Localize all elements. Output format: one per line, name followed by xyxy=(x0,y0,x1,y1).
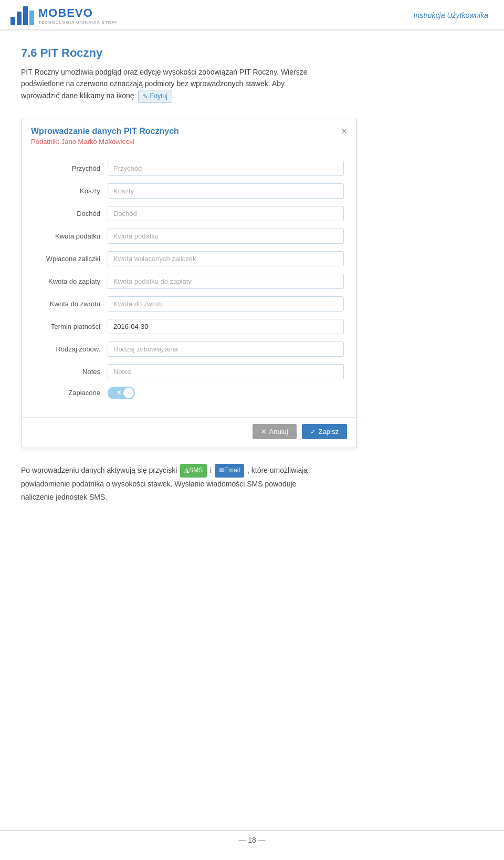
label-zaplacone: Zapłacone xyxy=(34,389,108,397)
input-termin-platnosci[interactable] xyxy=(108,319,344,334)
dialog-header-text: Wprowadzanie danych PIT Rocznych Podatni… xyxy=(31,127,179,146)
logo-icon xyxy=(10,5,34,25)
dialog-header: Wprowadzanie danych PIT Rocznych Podatni… xyxy=(22,119,356,151)
form-row-koszty: Koszty xyxy=(34,183,344,199)
bottom-text2: , które umożliwiają xyxy=(247,466,308,474)
pencil-icon: ✎ xyxy=(143,92,148,101)
save-icon: ✓ xyxy=(310,428,316,436)
cancel-label: Anuluj xyxy=(269,428,288,436)
label-kwota-do-zaplaty: Kwota do zapłaty xyxy=(34,277,108,285)
label-rodzaj-zobow: Rodzaj zobow. xyxy=(34,345,108,353)
pit-dialog: Wprowadzanie danych PIT Rocznych Podatni… xyxy=(21,119,357,448)
save-label: Zapisz xyxy=(319,428,339,436)
close-icon[interactable]: × xyxy=(341,127,347,136)
logo: MOBEVO TECHNOLOGIA UNIKANIA STRAT xyxy=(10,5,118,25)
form-row-kwota-do-zaplaty: Kwota do zapłaty xyxy=(34,274,344,289)
bottom-text1: Po wprowadzeniu danych aktywują się przy… xyxy=(21,466,177,474)
main-content: 7.6 PIT Roczny PIT Roczny umożliwia podg… xyxy=(0,30,504,525)
input-dochod[interactable] xyxy=(108,206,344,221)
toggle-x-icon: ✕ xyxy=(117,389,121,396)
form-row-termin-platnosci: Termin płatności xyxy=(34,319,344,334)
label-termin-platnosci: Termin płatności xyxy=(34,323,108,330)
section-title: 7.6 PIT Roczny xyxy=(21,46,483,60)
logo-bar-1 xyxy=(10,17,15,25)
label-koszty: Koszty xyxy=(34,187,108,195)
label-przychod: Przychód xyxy=(34,164,108,172)
sms-label: SMS xyxy=(189,465,203,476)
sms-icon: ◮ xyxy=(184,465,189,476)
section-description: PIT Roczny umożliwia podgląd oraz edycję… xyxy=(21,66,483,103)
label-kwota-do-zwrotu: Kwota do zwrotu xyxy=(34,300,108,308)
edit-button-label: Edytuj xyxy=(150,91,167,101)
input-kwota-do-zwrotu[interactable] xyxy=(108,296,344,312)
form-row-kwota-podatku: Kwota podatku xyxy=(34,229,344,244)
instruction-label: Instrukcja Użytkownika xyxy=(414,11,488,19)
bottom-connector: i xyxy=(210,466,212,474)
logo-brand: MOBEVO xyxy=(38,6,118,20)
dialog-subtitle: Podatnik: Jano Marko Makowiecki xyxy=(31,138,179,146)
logo-bar-3 xyxy=(23,6,28,25)
page-footer: — 18 — xyxy=(0,830,504,844)
label-kwota-podatku: Kwota podatku xyxy=(34,232,108,240)
input-notes[interactable] xyxy=(108,364,344,379)
toggle-knob xyxy=(123,388,134,398)
dialog-title: Wprowadzanie danych PIT Rocznych xyxy=(31,127,179,136)
desc-line1: PIT Roczny umożliwia podgląd oraz edycję… xyxy=(21,68,307,76)
dialog-footer: ✕ Anuluj ✓ Zapisz xyxy=(22,417,356,448)
form-row-notes: Notes xyxy=(34,364,344,379)
sms-badge[interactable]: ◮ SMS xyxy=(180,464,207,478)
input-rodzaj-zobow[interactable] xyxy=(108,341,344,357)
form-row-zaplacone: Zapłacone ✕ xyxy=(34,387,344,399)
label-dochod: Dochód xyxy=(34,210,108,217)
desc-line3: wprowadzić dane klikamy na ikonę xyxy=(21,91,134,100)
form-row-rodzaj-zobow: Rodzaj zobow. xyxy=(34,341,344,357)
email-badge[interactable]: ✉ Email xyxy=(215,464,244,478)
toggle-zaplacone[interactable]: ✕ xyxy=(108,387,135,399)
logo-tagline: TECHNOLOGIA UNIKANIA STRAT xyxy=(38,20,118,25)
email-label: Email xyxy=(224,465,240,476)
email-icon: ✉ xyxy=(219,465,224,476)
bottom-text3: powiadomienie podatnika o wysokości staw… xyxy=(21,480,296,488)
form-row-dochod: Dochód xyxy=(34,206,344,221)
save-button[interactable]: ✓ Zapisz xyxy=(302,424,347,439)
logo-bar-2 xyxy=(17,12,22,25)
logo-bar-4 xyxy=(29,11,34,25)
desc-line2: podświetlone na czerwono oznaczają podmi… xyxy=(21,79,285,88)
input-koszty[interactable] xyxy=(108,183,344,199)
cancel-icon: ✕ xyxy=(261,428,267,436)
page-header: MOBEVO TECHNOLOGIA UNIKANIA STRAT Instru… xyxy=(0,0,504,30)
form-row-wplacone-zaliczki: Wpłacone zaliczki xyxy=(34,251,344,266)
bottom-text4: naliczenie jednostek SMS. xyxy=(21,493,107,501)
form-row-przychod: Przychód xyxy=(34,161,344,176)
input-przychod[interactable] xyxy=(108,161,344,176)
input-kwota-podatku[interactable] xyxy=(108,229,344,244)
cancel-button[interactable]: ✕ Anuluj xyxy=(253,424,297,439)
logo-text: MOBEVO TECHNOLOGIA UNIKANIA STRAT xyxy=(38,6,118,25)
dialog-body: Przychód Koszty Dochód Kwota podatku Wpł… xyxy=(22,151,356,412)
input-kwota-do-zaplaty[interactable] xyxy=(108,274,344,289)
bottom-text: Po wprowadzeniu danych aktywują się przy… xyxy=(21,464,483,504)
label-wplacone-zaliczki: Wpłacone zaliczki xyxy=(34,255,108,263)
input-wplacone-zaliczki[interactable] xyxy=(108,251,344,266)
page-number: — 18 — xyxy=(238,836,265,844)
label-notes: Notes xyxy=(34,368,108,376)
edit-button[interactable]: ✎ Edytuj xyxy=(138,90,172,103)
form-row-kwota-do-zwrotu: Kwota do zwrotu xyxy=(34,296,344,312)
